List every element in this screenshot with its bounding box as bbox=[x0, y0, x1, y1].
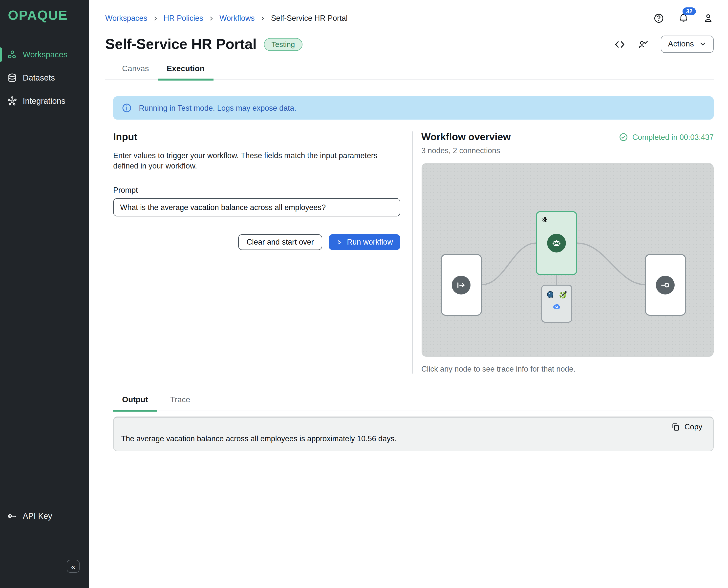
tab-execution[interactable]: Execution bbox=[158, 64, 213, 80]
title-row: Self-Service HR Portal Testing Actions bbox=[105, 36, 714, 53]
sidebar-item-label: Datasets bbox=[23, 73, 55, 83]
copy-icon bbox=[671, 422, 680, 432]
chevron-right-icon bbox=[153, 16, 158, 21]
integrations-icon bbox=[7, 96, 17, 106]
workflow-meta: 3 nodes, 2 connections bbox=[421, 146, 714, 155]
canvas-hint: Click any node to see trace info for tha… bbox=[421, 365, 714, 374]
run-workflow-button[interactable]: Run workflow bbox=[329, 234, 400, 250]
sidebar-item-api-key[interactable]: API Key bbox=[0, 504, 89, 528]
completed-status: Completed in 00:03:437 bbox=[619, 132, 714, 142]
breadcrumb-current: Self-Service HR Portal bbox=[271, 14, 348, 23]
postgresql-icon bbox=[546, 291, 554, 299]
input-heading: Input bbox=[113, 131, 400, 143]
play-icon bbox=[336, 239, 342, 245]
output-tabs: Output Trace bbox=[113, 395, 714, 411]
main-tabs: Canvas Execution bbox=[105, 64, 714, 80]
topbar: Workspaces HR Policies Workflows Self-Se… bbox=[105, 13, 714, 24]
topbar-icons: 32 bbox=[653, 13, 714, 24]
info-icon bbox=[122, 103, 132, 113]
collapse-icon: « bbox=[71, 562, 75, 570]
app-window: OPAQUE Workspaces Datasets Integrations bbox=[0, 0, 728, 588]
user-check-icon[interactable] bbox=[637, 39, 648, 50]
execution-columns: Input Enter values to trigger your workf… bbox=[113, 131, 714, 374]
check-circle-icon bbox=[619, 132, 628, 142]
input-arrow-icon bbox=[452, 275, 471, 294]
prompt-label: Prompt bbox=[113, 186, 400, 195]
tab-trace[interactable]: Trace bbox=[161, 395, 199, 411]
workflow-overview-heading: Workflow overview bbox=[421, 131, 511, 143]
sidebar-item-label: API Key bbox=[23, 511, 52, 521]
workflow-overview-section: Workflow overview Completed in 00:03:437… bbox=[421, 131, 714, 374]
main-content: Workspaces HR Policies Workflows Self-Se… bbox=[89, 0, 728, 451]
output-text: The average vacation balance across all … bbox=[121, 434, 702, 443]
agent-node[interactable] bbox=[536, 211, 577, 275]
bell-icon[interactable]: 32 bbox=[678, 13, 689, 24]
tools-node[interactable] bbox=[541, 285, 572, 323]
sidebar-item-workspaces[interactable]: Workspaces bbox=[0, 43, 89, 66]
prompt-input[interactable] bbox=[113, 198, 400, 216]
breadcrumb: Workspaces HR Policies Workflows Self-Se… bbox=[105, 14, 348, 23]
opaque-logo: OPAQUE bbox=[8, 8, 68, 23]
help-icon[interactable] bbox=[653, 13, 664, 24]
output-node[interactable] bbox=[645, 254, 686, 316]
column-divider bbox=[412, 131, 412, 374]
page-title: Self-Service HR Portal bbox=[105, 36, 256, 52]
breadcrumb-hr-policies[interactable]: HR Policies bbox=[164, 14, 203, 23]
breadcrumb-workspaces[interactable]: Workspaces bbox=[105, 14, 147, 23]
notification-badge: 32 bbox=[683, 7, 696, 15]
tab-canvas[interactable]: Canvas bbox=[113, 64, 158, 80]
breadcrumb-workflows[interactable]: Workflows bbox=[220, 14, 254, 23]
collapse-sidebar-button[interactable]: « bbox=[67, 560, 80, 573]
output-circle-icon bbox=[656, 275, 674, 294]
sidebar-item-label: Workspaces bbox=[23, 50, 67, 59]
sidebar: OPAQUE Workspaces Datasets Integrations bbox=[0, 0, 89, 588]
chevron-down-icon bbox=[699, 41, 706, 47]
run-workflow-label: Run workflow bbox=[347, 238, 393, 247]
key-icon bbox=[7, 511, 17, 521]
chevron-right-icon bbox=[209, 16, 214, 21]
robot-icon bbox=[547, 234, 566, 252]
copy-label: Copy bbox=[685, 422, 702, 432]
chevron-right-icon bbox=[260, 16, 266, 21]
active-indicator bbox=[0, 47, 2, 62]
input-section: Input Enter values to trigger your workf… bbox=[113, 131, 400, 374]
datasets-icon bbox=[7, 72, 17, 83]
sidebar-item-datasets[interactable]: Datasets bbox=[0, 66, 89, 89]
sidebar-item-label: Integrations bbox=[23, 96, 65, 106]
cloud-search-icon bbox=[552, 302, 561, 311]
input-buttons: Clear and start over Run workflow bbox=[113, 234, 400, 250]
actions-label: Actions bbox=[668, 40, 694, 48]
banner-text: Running in Test mode. Logs may expose da… bbox=[139, 104, 296, 112]
output-block: Output Trace Copy The average vacation b… bbox=[113, 395, 714, 451]
test-mode-banner: Running in Test mode. Logs may expose da… bbox=[113, 96, 714, 120]
workspaces-icon bbox=[7, 49, 17, 60]
workflow-canvas bbox=[421, 163, 714, 357]
input-description: Enter values to trigger your workflow. T… bbox=[113, 150, 399, 171]
clear-button[interactable]: Clear and start over bbox=[238, 234, 322, 250]
actions-button[interactable]: Actions bbox=[661, 36, 714, 53]
user-icon[interactable] bbox=[703, 13, 714, 24]
sidebar-item-integrations[interactable]: Integrations bbox=[0, 89, 89, 113]
tab-output[interactable]: Output bbox=[113, 395, 157, 411]
code-icon[interactable] bbox=[614, 39, 625, 50]
output-panel: Copy The average vacation balance across… bbox=[113, 417, 714, 451]
sidebar-nav: Workspaces Datasets Integrations bbox=[0, 43, 89, 113]
input-node[interactable] bbox=[441, 254, 482, 316]
status-badge: Testing bbox=[264, 38, 302, 51]
completed-text: Completed in 00:03:437 bbox=[632, 133, 714, 142]
sidebar-footer: API Key bbox=[0, 504, 89, 528]
copy-button[interactable]: Copy bbox=[671, 422, 702, 432]
analytics-gauge-icon bbox=[559, 291, 567, 299]
openai-logo bbox=[541, 216, 548, 223]
